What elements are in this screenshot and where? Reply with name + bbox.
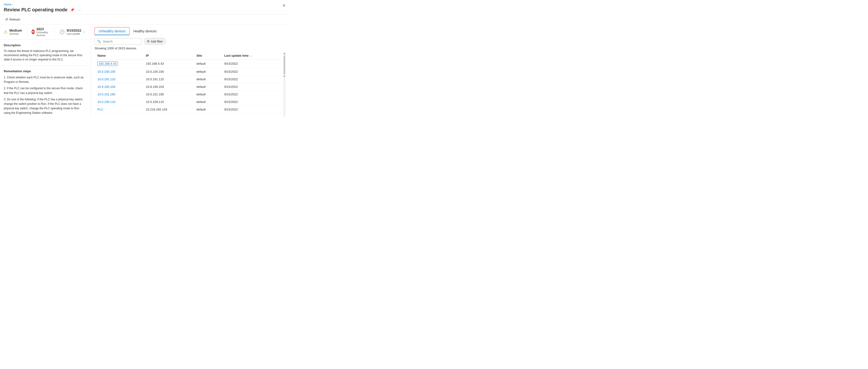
device-ip: 192.168.4.43 [143, 59, 194, 68]
unhealthy-card: ✖ 2623 Unhealthy devices [32, 27, 55, 36]
table-row: 192.168.4.43192.168.4.43default9/15/2022 [95, 59, 283, 68]
device-name-link-first[interactable]: 192.168.4.43 [97, 61, 118, 66]
device-name-link[interactable]: 10.0.100.100 [97, 70, 115, 74]
date-value: 9/15/2022 [66, 29, 81, 32]
description-text: To reduce the threat of malicious PLC pr… [4, 49, 87, 62]
warning-icon: ⚠ [4, 29, 7, 34]
table-row: 10.9.100.10410.9.100.104default9/15/2022 [95, 83, 283, 91]
device-ip: 10.0.191.110 [143, 76, 194, 83]
device-name-link[interactable]: 10.9.100.104 [97, 85, 115, 88]
device-ip: 10.0.100.100 [143, 68, 194, 76]
table-row: 10.0.100.10010.0.100.100default9/15/2022 [95, 68, 283, 76]
page-title: Review PLC operating mode [4, 7, 67, 12]
device-ip: 10.0.101.195 [143, 91, 194, 98]
sort-icon: ↓ [250, 55, 252, 57]
refresh-icon: ↺ [5, 18, 8, 21]
device-site: default [194, 68, 221, 76]
unhealthy-content: 2623 Unhealthy devices [36, 27, 50, 36]
device-name-link[interactable]: 10.0.109.110 [97, 100, 115, 104]
device-site: default [194, 83, 221, 91]
column-site: Site [194, 52, 221, 59]
severity-label: Severity [9, 32, 22, 35]
device-last-update: 9/15/2022 [221, 76, 283, 83]
device-site: default [194, 106, 221, 113]
tabs: Unhealthy devices Healthy devices [95, 27, 285, 35]
right-panel: Unhealthy devices Healthy devices 🔍 ⧉ Ad… [91, 24, 289, 117]
table-body: 192.168.4.43192.168.4.43default9/15/2022… [95, 59, 283, 113]
device-ip: 10.9.100.104 [143, 83, 194, 91]
device-name-link[interactable]: 10.0.101.195 [97, 92, 115, 96]
add-filter-button[interactable]: ⧉ Add filter [144, 38, 166, 45]
unhealthy-value: 2623 [36, 27, 50, 31]
scroll-thumb[interactable] [284, 55, 285, 74]
device-last-update: 9/15/2022 [221, 98, 283, 106]
date-content: 9/15/2022 Last update [66, 29, 81, 35]
device-last-update: 9/15/2022 [221, 68, 283, 76]
search-icon: 🔍 [97, 40, 101, 43]
date-label: Last update [66, 32, 81, 35]
search-box[interactable]: 🔍 [95, 38, 142, 45]
main-layout: ⚠ Medium Severity ✖ 2623 Unhealthy devic… [0, 24, 289, 117]
clock-icon: 🕐 [59, 29, 65, 34]
description-section: Description To reduce the threat of mali… [0, 40, 91, 66]
pin-icon[interactable]: 📌 [69, 7, 75, 12]
device-site: default [194, 98, 221, 106]
remediation-title: Remediation steps [4, 69, 87, 73]
breadcrumb: Home › [4, 3, 285, 6]
more-options-icon[interactable]: ··· [77, 7, 82, 12]
column-ip: IP [143, 52, 194, 59]
refresh-button[interactable]: ↺ Refresh [4, 17, 22, 22]
breadcrumb-home[interactable]: Home [4, 3, 11, 6]
chevron-right-icon[interactable]: › [84, 30, 85, 33]
remediation-step-1: 1. Check whether each PLC must be in uns… [4, 75, 87, 84]
summary-cards: ⚠ Medium Severity ✖ 2623 Unhealthy devic… [0, 24, 91, 40]
device-last-update: 9/15/2022 [221, 91, 283, 98]
description-title: Description [4, 44, 87, 47]
date-card: 🕐 9/15/2022 Last update › [59, 27, 89, 36]
column-name: Name [95, 52, 143, 59]
scroll-down-icon[interactable]: ▼ [283, 75, 285, 78]
device-ip: 10.216.292.143 [143, 106, 194, 113]
load-more-link[interactable]: Load More... [97, 114, 120, 117]
table-row: 10.0.191.11010.0.191.110default9/15/2022 [95, 76, 283, 83]
remediation-step-2: 2. If the PLC can be configured to the s… [4, 86, 87, 95]
scroll-up-icon[interactable]: ▲ [283, 52, 285, 55]
tab-unhealthy-devices[interactable]: Unhealthy devices [95, 27, 129, 35]
remediation-step-3: 3. Do one of the following: If the PLC h… [4, 97, 87, 115]
remediation-section: Remediation steps 1. Check whether each … [0, 66, 91, 117]
refresh-label: Refresh [9, 18, 20, 21]
left-panel: ⚠ Medium Severity ✖ 2623 Unhealthy devic… [0, 24, 91, 117]
device-ip: 10.0.109.110 [143, 98, 194, 106]
toolbar-divider [24, 17, 24, 22]
table-row: PLC10.216.292.143default9/15/2022 [95, 106, 283, 113]
filter-row: 🔍 ⧉ Add filter [95, 38, 285, 45]
unhealthy-label: Unhealthy devices [36, 31, 50, 36]
table-area: Name IP Site Last update time ↓ [95, 52, 285, 117]
device-site: default [194, 91, 221, 98]
severity-content: Medium Severity [9, 29, 22, 35]
device-last-update: 9/15/2022 [221, 59, 283, 68]
header: Home › Review PLC operating mode 📌 ··· ✕ [0, 0, 289, 15]
device-site: default [194, 76, 221, 83]
tab-healthy-devices[interactable]: Healthy devices [129, 27, 160, 35]
breadcrumb-chevron: › [12, 3, 13, 6]
severity-value: Medium [9, 29, 22, 32]
page-title-row: Review PLC operating mode 📌 ··· [4, 7, 285, 12]
device-last-update: 9/15/2022 [221, 83, 283, 91]
remediation-text: 1. Check whether each PLC must be in uns… [4, 75, 87, 115]
devices-table: Name IP Site Last update time ↓ [95, 52, 283, 113]
device-name-link[interactable]: 10.0.191.110 [97, 78, 115, 81]
search-input[interactable] [103, 40, 136, 43]
column-last-update: Last update time ↓ [221, 52, 283, 59]
vertical-scrollbar[interactable]: ▲ ▼ [283, 52, 285, 117]
table-header: Name IP Site Last update time ↓ [95, 52, 283, 59]
severity-card: ⚠ Medium Severity [4, 27, 27, 36]
table-container: Name IP Site Last update time ↓ [95, 52, 283, 117]
table-row: 10.0.109.11010.0.109.110default9/15/2022 [95, 98, 283, 106]
device-count: Showing 1000 of 2623 devices [95, 47, 285, 50]
device-name-link[interactable]: PLC [97, 108, 103, 111]
table-row: 10.0.101.19510.0.101.195default9/15/2022 [95, 91, 283, 98]
device-site: default [194, 59, 221, 68]
close-button[interactable]: ✕ [282, 4, 285, 7]
device-last-update: 9/15/2022 [221, 106, 283, 113]
